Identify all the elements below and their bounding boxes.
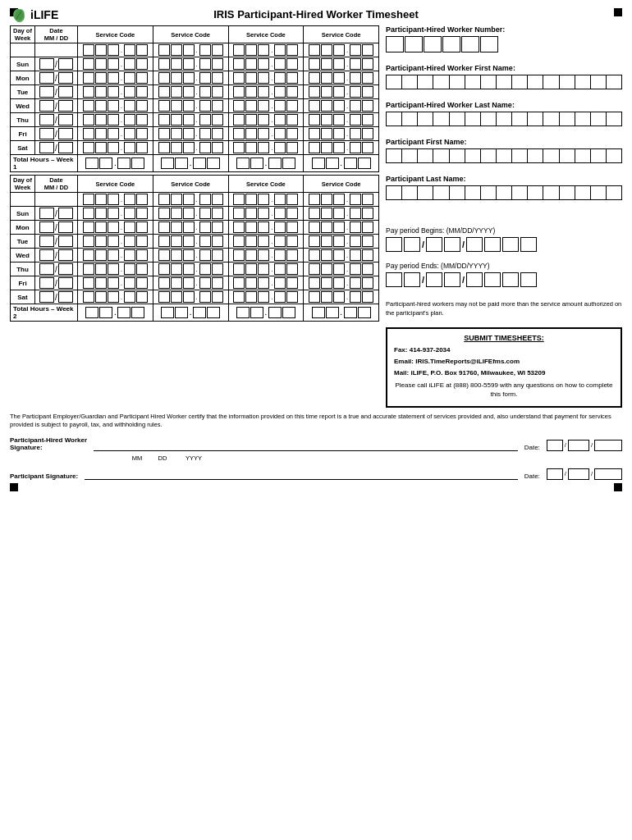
- w2-sun-svc4-3[interactable]: [333, 208, 345, 219]
- pln-15[interactable]: [607, 186, 621, 199]
- pln-6[interactable]: [465, 186, 481, 199]
- w1-total-svc3-d[interactable]: [282, 158, 295, 169]
- w2-total-svc3-c[interactable]: [268, 307, 282, 318]
- w1-mon-mm[interactable]: [39, 72, 54, 84]
- w2-tue-svc1-3[interactable]: [108, 235, 119, 247]
- wfn-8[interactable]: [497, 75, 512, 89]
- w1-thu-svc3-3[interactable]: [258, 114, 269, 126]
- wln-13[interactable]: [575, 112, 591, 126]
- w2-fri-svc3-1[interactable]: [233, 277, 245, 289]
- pfn-9[interactable]: [512, 149, 528, 162]
- w1-tue-svc3-3[interactable]: [258, 86, 269, 98]
- wn-box-3[interactable]: [424, 36, 442, 52]
- w1-svc3-h1[interactable]: [233, 44, 245, 56]
- w1-tue-svc3-1[interactable]: [233, 86, 245, 98]
- w1-wed-svc3-2[interactable]: [245, 100, 257, 112]
- w1-svc3-h4[interactable]: [274, 44, 286, 56]
- w1-sun-svc2-2[interactable]: [171, 58, 182, 70]
- ppb-mm1[interactable]: [386, 237, 402, 252]
- w1-mon-svc3-4[interactable]: [274, 72, 286, 84]
- wln-1[interactable]: [387, 112, 402, 126]
- w1-tue-svc1-3[interactable]: [108, 86, 119, 98]
- w2-tue-svc3-5[interactable]: [286, 235, 298, 247]
- w2-tue-svc3-1[interactable]: [233, 235, 245, 247]
- w2-total-svc2-c[interactable]: [193, 307, 206, 318]
- w1-wed-svc3-1[interactable]: [233, 100, 245, 112]
- w1-sun-svc4-4[interactable]: [350, 58, 361, 70]
- w2-tue-svc3-3[interactable]: [258, 235, 269, 247]
- w2-thu-svc4-2[interactable]: [321, 263, 332, 275]
- w2-sat-svc2-5[interactable]: [212, 291, 223, 303]
- w1-fri-svc3-2[interactable]: [245, 128, 257, 139]
- w2-wed-svc3-1[interactable]: [233, 249, 245, 261]
- w1-total-svc2-c[interactable]: [193, 158, 206, 169]
- wsd-mm[interactable]: [547, 440, 563, 451]
- w1-sat-mm[interactable]: [39, 142, 54, 153]
- psd-dd[interactable]: [568, 468, 589, 480]
- w2-sat-svc4-4[interactable]: [350, 291, 361, 303]
- w2-fri-svc3-5[interactable]: [286, 277, 298, 289]
- w1-mon-svc1-2[interactable]: [95, 72, 107, 84]
- w2-wed-svc1-2[interactable]: [95, 249, 107, 261]
- w1-sat-svc1-5[interactable]: [136, 142, 148, 153]
- w2-thu-svc2-1[interactable]: [158, 263, 170, 275]
- w2-total-svc3-b[interactable]: [250, 307, 263, 318]
- w2-mon-svc2-4[interactable]: [199, 221, 211, 233]
- w1-fri-mm[interactable]: [39, 128, 54, 139]
- w1-total-svc1-b[interactable]: [99, 158, 112, 169]
- w2-svc1-h4[interactable]: [124, 194, 135, 205]
- w1-fri-svc4-2[interactable]: [321, 128, 332, 139]
- w1-thu-svc2-1[interactable]: [158, 114, 170, 126]
- w2-tue-svc2-2[interactable]: [171, 235, 182, 247]
- w1-sun-svc2-4[interactable]: [199, 58, 211, 70]
- w1-sat-svc2-4[interactable]: [199, 142, 211, 153]
- w1-svc2-h4[interactable]: [199, 44, 211, 56]
- w2-thu-svc1-2[interactable]: [95, 263, 107, 275]
- w1-thu-svc1-3[interactable]: [108, 114, 119, 126]
- wln-12[interactable]: [560, 112, 575, 126]
- w1-sat-svc2-1[interactable]: [158, 142, 170, 153]
- w2-total-svc4-d[interactable]: [358, 307, 371, 318]
- w2-thu-svc2-5[interactable]: [212, 263, 223, 275]
- pln-14[interactable]: [591, 186, 607, 199]
- wfn-15[interactable]: [607, 75, 621, 89]
- w2-wed-svc4-4[interactable]: [350, 249, 361, 261]
- wln-9[interactable]: [512, 112, 528, 126]
- w1-wed-svc3-4[interactable]: [274, 100, 286, 112]
- w2-svc4-h5[interactable]: [362, 194, 373, 205]
- w2-mon-svc4-3[interactable]: [333, 221, 345, 233]
- w1-wed-svc3-5[interactable]: [286, 100, 298, 112]
- w1-thu-svc3-4[interactable]: [274, 114, 286, 126]
- w2-mon-svc3-2[interactable]: [245, 221, 257, 233]
- w1-wed-svc1-2[interactable]: [95, 100, 107, 112]
- w2-thu-svc4-3[interactable]: [333, 263, 345, 275]
- wln-10[interactable]: [528, 112, 543, 126]
- w2-thu-svc3-3[interactable]: [258, 263, 269, 275]
- w1-total-svc2-a[interactable]: [161, 158, 174, 169]
- w2-sun-svc1-4[interactable]: [124, 208, 135, 219]
- w2-mon-svc3-3[interactable]: [258, 221, 269, 233]
- w2-thu-svc3-2[interactable]: [245, 263, 257, 275]
- w2-sat-svc1-1[interactable]: [83, 291, 94, 303]
- w1-tue-svc4-2[interactable]: [321, 86, 332, 98]
- w1-sat-svc2-3[interactable]: [183, 142, 195, 153]
- w2-sat-svc4-1[interactable]: [309, 291, 320, 303]
- w2-thu-svc3-5[interactable]: [286, 263, 298, 275]
- w2-tue-mm[interactable]: [39, 235, 54, 247]
- w1-fri-svc4-3[interactable]: [333, 128, 345, 139]
- w2-fri-svc4-4[interactable]: [350, 277, 361, 289]
- w1-mon-svc1-5[interactable]: [136, 72, 148, 84]
- w1-thu-svc4-2[interactable]: [321, 114, 332, 126]
- w2-total-svc1-b[interactable]: [99, 307, 112, 318]
- w1-mon-svc4-4[interactable]: [350, 72, 361, 84]
- w2-sun-svc2-1[interactable]: [158, 208, 170, 219]
- w2-sun-svc4-5[interactable]: [362, 208, 373, 219]
- w1-thu-svc4-4[interactable]: [350, 114, 361, 126]
- w1-sat-svc4-2[interactable]: [321, 142, 332, 153]
- w2-sat-svc3-3[interactable]: [258, 291, 269, 303]
- w1-total-svc1-d[interactable]: [131, 158, 144, 169]
- w1-tue-svc4-4[interactable]: [350, 86, 361, 98]
- wln-15[interactable]: [607, 112, 621, 126]
- w1-fri-svc3-1[interactable]: [233, 128, 245, 139]
- w1-tue-svc2-4[interactable]: [199, 86, 211, 98]
